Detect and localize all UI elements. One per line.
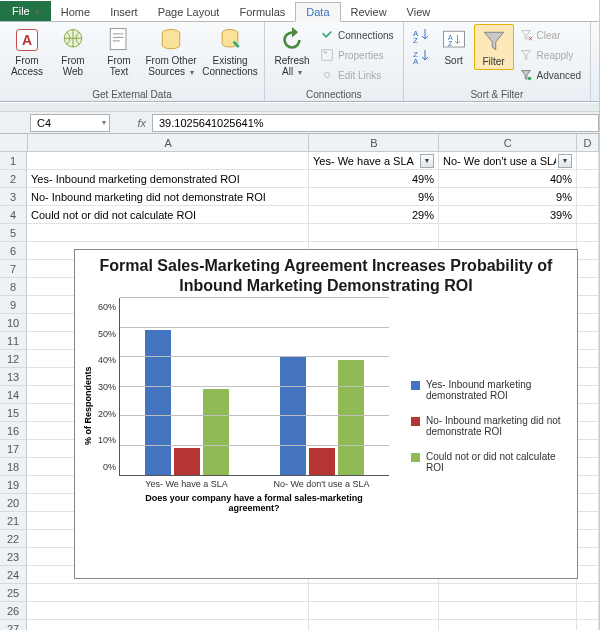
bar bbox=[309, 448, 335, 475]
row-header-16[interactable]: 16 bbox=[0, 422, 27, 440]
select-all-corner[interactable] bbox=[0, 134, 28, 152]
row-header-18[interactable]: 18 bbox=[0, 458, 27, 476]
formula-input[interactable]: 39.1025641025641% bbox=[152, 114, 599, 132]
row-header-2[interactable]: 2 bbox=[0, 170, 27, 188]
row-header-24[interactable]: 24 bbox=[0, 566, 27, 584]
from-web-button[interactable]: FromWeb bbox=[50, 24, 96, 79]
svg-rect-6 bbox=[322, 50, 333, 61]
row-header-1[interactable]: 1 bbox=[0, 152, 27, 170]
existing-connections-button[interactable]: ExistingConnections bbox=[200, 24, 260, 79]
edit-links-button[interactable]: Edit Links bbox=[317, 66, 397, 84]
sort-desc-button[interactable]: ZA bbox=[411, 47, 431, 67]
row-header-22[interactable]: 22 bbox=[0, 530, 27, 548]
from-access-button[interactable]: AFromAccess bbox=[4, 24, 50, 79]
row-header-8[interactable]: 8 bbox=[0, 278, 27, 296]
from-text-button[interactable]: FromText bbox=[96, 24, 142, 79]
svg-text:Z: Z bbox=[413, 36, 418, 44]
col-header-B[interactable]: B bbox=[309, 134, 439, 152]
reapply-button[interactable]: Reapply bbox=[516, 46, 584, 64]
tab-formulas[interactable]: Formulas bbox=[229, 3, 295, 21]
row-header-4[interactable]: 4 bbox=[0, 206, 27, 224]
clear-button[interactable]: Clear bbox=[516, 26, 584, 44]
row-header-20[interactable]: 20 bbox=[0, 494, 27, 512]
row-header-5[interactable]: 5 bbox=[0, 224, 27, 242]
row-header-12[interactable]: 12 bbox=[0, 350, 27, 368]
group-label-external: Get External Data bbox=[4, 88, 260, 101]
ribbon: AFromAccess FromWeb FromText From OtherS… bbox=[0, 22, 599, 102]
cell-A2[interactable]: Yes- Inbound marketing demonstrated ROI bbox=[27, 170, 309, 188]
row-header-17[interactable]: 17 bbox=[0, 440, 27, 458]
tab-page-layout[interactable]: Page Layout bbox=[148, 3, 230, 21]
row-header-27[interactable]: 27 bbox=[0, 620, 27, 630]
row-header-14[interactable]: 14 bbox=[0, 386, 27, 404]
svg-rect-12 bbox=[443, 31, 464, 47]
col-header-A[interactable]: A bbox=[28, 134, 310, 152]
tab-insert[interactable]: Insert bbox=[100, 3, 148, 21]
row-header-21[interactable]: 21 bbox=[0, 512, 27, 530]
row-headers: 1234567891011121314151617181920212223242… bbox=[0, 152, 27, 630]
row-header-15[interactable]: 15 bbox=[0, 404, 27, 422]
advanced-button[interactable]: Advanced bbox=[516, 66, 584, 84]
row-header-3[interactable]: 3 bbox=[0, 188, 27, 206]
embedded-chart[interactable]: Formal Sales-Marketing Agreement Increas… bbox=[74, 249, 578, 579]
from-other-button[interactable]: From OtherSources ▾ bbox=[142, 24, 200, 80]
text-to-columns-button[interactable]: TextColu bbox=[595, 24, 600, 79]
filter-dropdown-icon[interactable]: ▼ bbox=[420, 154, 434, 168]
cell-B4[interactable]: 29% bbox=[309, 206, 439, 224]
col-header-D[interactable]: D bbox=[577, 134, 599, 152]
svg-point-15 bbox=[527, 77, 531, 81]
row-header-9[interactable]: 9 bbox=[0, 296, 27, 314]
chart-y-ticks: 60%50%40%30%20%10%0% bbox=[95, 302, 119, 472]
svg-rect-3 bbox=[110, 29, 126, 50]
row-header-25[interactable]: 25 bbox=[0, 584, 27, 602]
row-header-26[interactable]: 26 bbox=[0, 602, 27, 620]
refresh-all-button[interactable]: RefreshAll ▾ bbox=[269, 24, 315, 80]
cell-C3[interactable]: 9% bbox=[439, 188, 577, 206]
connections-button[interactable]: Connections bbox=[317, 26, 397, 44]
filter-dropdown-icon[interactable]: ▼ bbox=[558, 154, 572, 168]
chart-plot-area bbox=[119, 298, 389, 476]
sort-asc-button[interactable]: AZ bbox=[411, 26, 431, 46]
tab-data[interactable]: Data bbox=[295, 2, 340, 22]
cell-A3[interactable]: No- Inbound marketing did not demonstrat… bbox=[27, 188, 309, 206]
filter-button[interactable]: Filter bbox=[474, 24, 514, 70]
tab-home[interactable]: Home bbox=[51, 3, 100, 21]
tab-view[interactable]: View bbox=[397, 3, 441, 21]
row-header-11[interactable]: 11 bbox=[0, 332, 27, 350]
group-connections: RefreshAll ▾ Connections Properties Edit… bbox=[265, 22, 404, 101]
svg-rect-7 bbox=[324, 52, 328, 54]
row-header-23[interactable]: 23 bbox=[0, 548, 27, 566]
cell-C1[interactable]: No- We don't use a SLA▼ bbox=[439, 152, 577, 170]
row-header-7[interactable]: 7 bbox=[0, 260, 27, 278]
chart-title: Formal Sales-Marketing Agreement Increas… bbox=[75, 250, 577, 298]
fx-label[interactable]: fx bbox=[112, 117, 152, 129]
bar bbox=[280, 357, 306, 475]
cell-A1[interactable] bbox=[27, 152, 309, 170]
svg-text:A: A bbox=[413, 57, 419, 65]
tab-review[interactable]: Review bbox=[341, 3, 397, 21]
chart-legend: Yes- Inbound marketing demonstrated ROIN… bbox=[401, 298, 571, 513]
group-label-connections: Connections bbox=[269, 88, 399, 101]
col-header-C[interactable]: C bbox=[439, 134, 577, 152]
tab-file[interactable]: File ▾ bbox=[0, 1, 51, 21]
legend-item: Yes- Inbound marketing demonstrated ROI bbox=[411, 379, 567, 401]
group-sort-filter: AZ ZA AZSort Filter Clear Reapply Advanc… bbox=[404, 22, 591, 101]
row-header-19[interactable]: 19 bbox=[0, 476, 27, 494]
cell-D1[interactable] bbox=[577, 152, 599, 170]
svg-text:Z: Z bbox=[447, 40, 452, 47]
cell-B1[interactable]: Yes- We have a SLA▼ bbox=[309, 152, 439, 170]
row-header-6[interactable]: 6 bbox=[0, 242, 27, 260]
cell-A4[interactable]: Could not or did not calculate ROI bbox=[27, 206, 309, 224]
name-box[interactable]: C4 bbox=[30, 114, 110, 132]
cell-C2[interactable]: 40% bbox=[439, 170, 577, 188]
group-external-data: AFromAccess FromWeb FromText From OtherS… bbox=[0, 22, 265, 101]
sort-button[interactable]: AZSort bbox=[434, 24, 474, 68]
cell-B3[interactable]: 9% bbox=[309, 188, 439, 206]
chart-bars bbox=[120, 298, 389, 475]
cell-B2[interactable]: 49% bbox=[309, 170, 439, 188]
row-header-10[interactable]: 10 bbox=[0, 314, 27, 332]
row-header-13[interactable]: 13 bbox=[0, 368, 27, 386]
properties-button[interactable]: Properties bbox=[317, 46, 397, 64]
legend-item: No- Inbound marketing did not demonstrat… bbox=[411, 415, 567, 437]
cell-C4[interactable]: 39% bbox=[439, 206, 577, 224]
